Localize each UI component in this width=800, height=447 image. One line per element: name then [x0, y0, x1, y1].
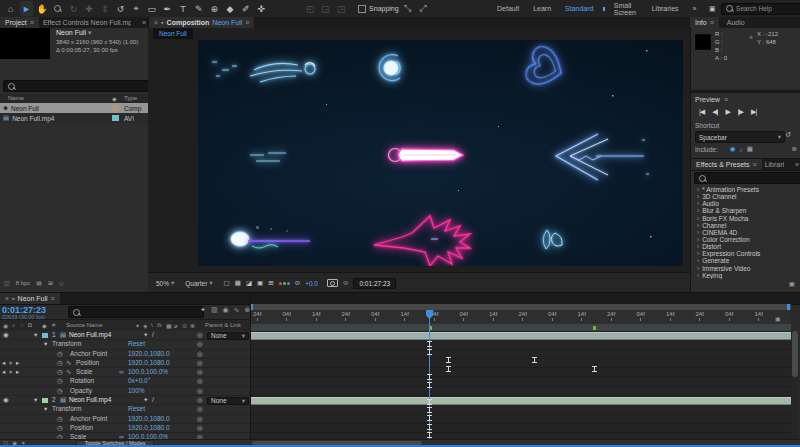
- anchor-point-row[interactable]: ◷ Anchor Point 1920.0,1080.0 ◎: [0, 350, 250, 359]
- puppet-pin-tool-icon[interactable]: ✜: [255, 1, 269, 16]
- vscrollbar-handle[interactable]: [792, 331, 798, 377]
- share-icon[interactable]: ▣: [705, 1, 719, 16]
- stopwatch-icon[interactable]: ◷: [57, 387, 63, 395]
- comp-marker-green[interactable]: [593, 326, 596, 330]
- pickwhip-icon[interactable]: ◎: [197, 350, 203, 358]
- keyframe-icon[interactable]: [427, 407, 432, 413]
- rotation-tool-icon[interactable]: ↺: [114, 1, 128, 16]
- layer2-track[interactable]: [251, 396, 791, 405]
- draft3d-icon[interactable]: ▥: [211, 306, 218, 314]
- project-row-neon-full[interactable]: ◈ Neon Full Comp: [0, 103, 148, 113]
- viewer-timecode[interactable]: 0:01:27:23: [353, 278, 396, 289]
- anchor-value[interactable]: 1920.0,1080.0: [128, 415, 170, 423]
- effects-panel-menu-icon[interactable]: ≡: [753, 161, 757, 168]
- next-keyframe-icon[interactable]: ▸: [16, 368, 19, 376]
- workspace-small-screen[interactable]: Small Screen: [607, 1, 645, 16]
- channels-icon[interactable]: [279, 282, 290, 285]
- scale-keyframe-icon[interactable]: [446, 366, 451, 372]
- transform-group-row[interactable]: ▾ Transform Reset ◎: [0, 340, 250, 349]
- parent-dropdown[interactable]: None ▾: [207, 332, 249, 341]
- new-comp-icon[interactable]: ⊞: [48, 279, 53, 286]
- keyframe-icon[interactable]: [427, 349, 432, 355]
- effect-category[interactable]: Blur & Sharpen: [691, 207, 797, 214]
- camera-tool-icon[interactable]: ⌖: [129, 1, 143, 16]
- eye-icon[interactable]: ◉: [3, 396, 9, 404]
- preview-panel-menu-icon[interactable]: ≡: [724, 96, 728, 103]
- scale-value[interactable]: 100.0,100.0%: [128, 368, 168, 376]
- pickwhip-icon[interactable]: ◎: [197, 387, 203, 395]
- number-column[interactable]: #: [52, 322, 55, 328]
- effect-category[interactable]: * Animation Presets: [691, 186, 797, 193]
- timeline-panel-menu-icon[interactable]: ≡: [51, 295, 55, 302]
- source-name-column[interactable]: Source Name: [66, 322, 103, 328]
- parent-link-column[interactable]: Parent & Link: [205, 322, 241, 328]
- snapping-checkbox[interactable]: [358, 5, 366, 13]
- stopwatch-icon[interactable]: ◷: [57, 377, 63, 385]
- reset-link[interactable]: Reset: [128, 340, 145, 348]
- axis-local-icon[interactable]: ◰: [303, 1, 317, 16]
- help-search-input[interactable]: Search Help: [721, 3, 800, 15]
- layer-row-1[interactable]: ◉ ▾ 1 ▤ Neon Full.mp4 ✦ / ◎ None ▾: [0, 331, 250, 340]
- mask-rect-tool-icon[interactable]: ▭: [145, 1, 159, 16]
- mask-visibility-icon[interactable]: ◪: [246, 279, 252, 287]
- pickwhip-icon[interactable]: ◎: [197, 405, 203, 413]
- stopwatch-icon[interactable]: ◷: [57, 350, 63, 358]
- effect-category[interactable]: Audio: [691, 200, 797, 207]
- tab-info[interactable]: Info ≡: [690, 17, 719, 28]
- project-panel-menu-icon[interactable]: ≡: [30, 19, 34, 26]
- exposure-gear-icon[interactable]: ⊙: [295, 279, 300, 287]
- position-keyframe-icon[interactable]: [532, 357, 537, 363]
- close-icon[interactable]: ×: [5, 295, 9, 302]
- tab-audio[interactable]: Audio: [727, 19, 745, 26]
- zoom-tool-icon[interactable]: [51, 1, 65, 16]
- shy-layers-icon[interactable]: ◉: [223, 306, 229, 314]
- effects-overflow-icon[interactable]: »: [795, 161, 799, 168]
- timeline-vscrollbar[interactable]: [791, 331, 799, 439]
- position-keyframe-icon[interactable]: [446, 357, 451, 363]
- tab-project[interactable]: Project ≡: [0, 17, 39, 28]
- opacity-value[interactable]: 100%: [128, 387, 145, 395]
- pickwhip-icon[interactable]: ◎: [197, 396, 203, 404]
- keyframe-icon[interactable]: [427, 374, 432, 380]
- effect-category[interactable]: Expression Controls: [691, 250, 797, 257]
- parent-dropdown[interactable]: None ▾: [207, 397, 249, 406]
- project-search-input[interactable]: [3, 80, 149, 92]
- workspace-standard[interactable]: Standard: [558, 1, 600, 16]
- new-folder-icon[interactable]: ▤: [36, 279, 42, 286]
- layer-row-2[interactable]: ◉ ▾ 2 ▤ Neon Full.mp4 ✦ / ◎ None ▾: [0, 396, 250, 405]
- tab-effects-presets[interactable]: Effects & Presets ≡: [691, 159, 762, 170]
- layer1-duration-bar[interactable]: [251, 332, 791, 340]
- grid-icon[interactable]: ⊞: [268, 279, 273, 287]
- add-keyframe-icon[interactable]: ♦: [9, 368, 12, 376]
- opacity-row[interactable]: ◷ Opacity 100% ◎: [0, 387, 250, 396]
- pickwhip-icon[interactable]: ◎: [197, 368, 203, 376]
- expander-icon[interactable]: ▾: [34, 396, 37, 404]
- frame-blend-icon[interactable]: ∿: [234, 306, 240, 314]
- workspace-default[interactable]: Default: [490, 1, 526, 16]
- snapshot-camera-icon[interactable]: [327, 279, 338, 287]
- quality-switch[interactable]: /: [152, 331, 154, 339]
- tab-effect-controls[interactable]: Effect Controls Neon Full.mp4: [43, 19, 131, 26]
- reset-shortcut-icon[interactable]: ↺: [785, 131, 791, 139]
- layer-color-swatch[interactable]: [42, 333, 48, 339]
- collapse-switch[interactable]: ✦: [143, 331, 148, 339]
- tab-libraries[interactable]: Librari: [765, 161, 784, 168]
- expander-icon[interactable]: ▾: [44, 340, 47, 348]
- anchor-point-row[interactable]: ◷ Anchor Point 1920.0,1080.0 ◎: [0, 415, 250, 424]
- col-name[interactable]: Name: [8, 95, 24, 101]
- pickwhip-icon[interactable]: ◎: [197, 415, 203, 423]
- close-icon[interactable]: ×: [154, 19, 158, 26]
- comp-flowchart-icon[interactable]: ✦: [200, 306, 206, 314]
- aspect-link-icon[interactable]: ∞: [119, 368, 124, 376]
- lock-column-icon[interactable]: ◘: [28, 322, 32, 328]
- snap-option2-icon[interactable]: ⤢: [416, 1, 430, 16]
- video-column-icon[interactable]: ◉: [3, 322, 8, 329]
- collapse-switch[interactable]: ✦: [143, 396, 148, 404]
- stopwatch-icon[interactable]: ◷: [57, 359, 63, 367]
- composition-canvas[interactable]: [198, 40, 683, 266]
- resolution-dropdown[interactable]: Quarter ▾: [185, 279, 212, 287]
- orbit-tool-icon[interactable]: ↻: [67, 1, 81, 16]
- layer2-duration-bar[interactable]: [251, 397, 791, 405]
- switch-3d-icon[interactable]: ⊗: [190, 322, 195, 329]
- stopwatch-icon[interactable]: ◷: [57, 415, 63, 423]
